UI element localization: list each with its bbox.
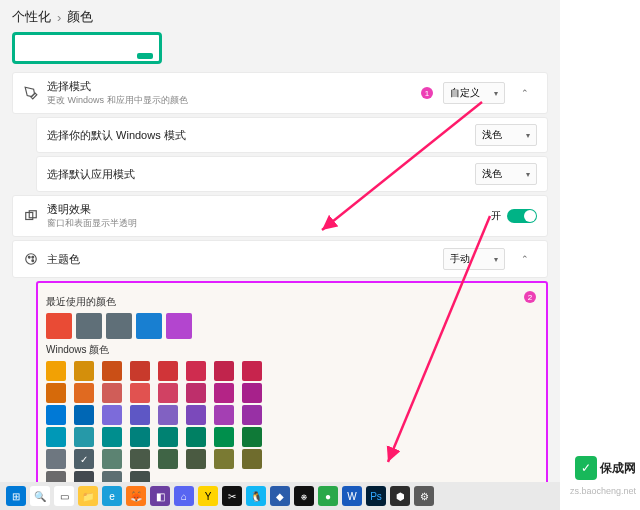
color-swatch[interactable] — [158, 449, 178, 469]
color-swatch[interactable] — [76, 313, 102, 339]
color-swatch[interactable] — [158, 405, 178, 425]
color-swatch[interactable] — [158, 427, 178, 447]
expand-button[interactable]: ⌃ — [513, 81, 537, 105]
palette-icon — [23, 251, 39, 267]
color-swatch[interactable] — [186, 427, 206, 447]
chevron-down-icon: ▾ — [526, 170, 530, 179]
transparency-icon — [23, 208, 39, 224]
color-swatch[interactable] — [130, 383, 150, 403]
color-swatch[interactable] — [242, 361, 262, 381]
recent-colors-header: 最近使用的颜色 — [46, 295, 538, 309]
appmode-select[interactable]: 浅色▾ — [475, 163, 537, 185]
color-swatch[interactable] — [186, 449, 206, 469]
row-app-mode[interactable]: 选择默认应用模式 浅色▾ — [36, 156, 548, 192]
color-swatch[interactable] — [242, 383, 262, 403]
color-swatch[interactable] — [106, 313, 132, 339]
color-swatch[interactable] — [242, 427, 262, 447]
row-select-mode[interactable]: 选择模式 更改 Windows 和应用中显示的颜色 1 自定义▾ ⌃ — [12, 72, 548, 114]
color-swatch[interactable] — [74, 405, 94, 425]
taskbar-capcut2-icon[interactable]: ⎈ — [294, 486, 314, 506]
chevron-down-icon: ▾ — [494, 89, 498, 98]
taskbar-app1-icon[interactable]: ◧ — [150, 486, 170, 506]
taskbar-qq-icon[interactable]: 🐧 — [246, 486, 266, 506]
svg-point-5 — [32, 260, 34, 262]
color-swatch[interactable] — [186, 405, 206, 425]
color-swatch[interactable] — [186, 383, 206, 403]
taskbar-edge-icon[interactable]: e — [102, 486, 122, 506]
theme-preview — [12, 32, 162, 64]
row-windows-mode[interactable]: 选择你的默认 Windows 模式 浅色▾ — [36, 117, 548, 153]
color-swatch[interactable] — [102, 427, 122, 447]
color-swatch[interactable] — [214, 449, 234, 469]
row-accent[interactable]: 主题色 手动▾ ⌃ — [12, 240, 548, 278]
color-swatch[interactable] — [130, 427, 150, 447]
taskbar-app4-icon[interactable]: ⬢ — [390, 486, 410, 506]
side-panel — [560, 0, 640, 510]
color-swatch[interactable] — [46, 383, 66, 403]
row-title: 透明效果 — [47, 202, 483, 217]
color-swatch[interactable] — [242, 405, 262, 425]
taskbar-settings-icon[interactable]: ⚙ — [414, 486, 434, 506]
taskbar-taskview-icon[interactable]: ▭ — [54, 486, 74, 506]
taskbar-explorer-icon[interactable]: 📁 — [78, 486, 98, 506]
taskbar-discord-icon[interactable]: ⌂ — [174, 486, 194, 506]
color-swatch[interactable] — [74, 361, 94, 381]
taskbar-app2-icon[interactable]: Y — [198, 486, 218, 506]
breadcrumb-current: 颜色 — [67, 8, 93, 26]
shield-icon — [575, 456, 597, 480]
color-swatch[interactable] — [130, 405, 150, 425]
windows-swatches — [46, 361, 538, 491]
color-swatch[interactable] — [166, 313, 192, 339]
svg-point-4 — [32, 256, 34, 258]
transparency-toggle[interactable]: 开 — [491, 209, 537, 223]
taskbar-word-icon[interactable]: W — [342, 486, 362, 506]
taskbar-start-icon[interactable]: ⊞ — [6, 486, 26, 506]
taskbar-firefox-icon[interactable]: 🦊 — [126, 486, 146, 506]
color-swatch[interactable] — [46, 449, 66, 469]
taskbar-app3-icon[interactable]: ● — [318, 486, 338, 506]
color-swatch[interactable] — [102, 449, 122, 469]
color-swatch[interactable] — [214, 405, 234, 425]
color-swatch[interactable] — [46, 313, 72, 339]
color-swatch[interactable] — [130, 449, 150, 469]
brush-icon — [23, 85, 39, 101]
row-transparency[interactable]: 透明效果 窗口和表面显示半透明 开 — [12, 195, 548, 237]
accent-select[interactable]: 手动▾ — [443, 248, 505, 270]
watermark-url: zs.baocheng.net — [570, 486, 636, 496]
chevron-down-icon: ▾ — [526, 131, 530, 140]
color-swatch[interactable] — [74, 383, 94, 403]
windows-colors-header: Windows 颜色 — [46, 343, 538, 357]
row-subtitle: 更改 Windows 和应用中显示的颜色 — [47, 94, 413, 107]
color-swatch[interactable] — [46, 427, 66, 447]
annotation-badge-2: 2 — [524, 291, 536, 303]
color-swatch[interactable] — [102, 383, 122, 403]
color-swatch[interactable] — [74, 427, 94, 447]
color-swatch[interactable] — [242, 449, 262, 469]
color-swatch[interactable] — [74, 449, 94, 469]
color-swatch[interactable] — [136, 313, 162, 339]
taskbar-capcut-icon[interactable]: ✂ — [222, 486, 242, 506]
color-swatch[interactable] — [46, 405, 66, 425]
expand-button[interactable]: ⌃ — [513, 247, 537, 271]
color-swatch[interactable] — [46, 361, 66, 381]
mode-select[interactable]: 自定义▾ — [443, 82, 505, 104]
color-swatch[interactable] — [158, 361, 178, 381]
color-swatch[interactable] — [214, 427, 234, 447]
winmode-select[interactable]: 浅色▾ — [475, 124, 537, 146]
color-swatch[interactable] — [102, 361, 122, 381]
svg-point-2 — [26, 254, 37, 265]
color-swatch[interactable] — [130, 361, 150, 381]
color-swatch[interactable] — [214, 361, 234, 381]
taskbar-tencent-icon[interactable]: ◆ — [270, 486, 290, 506]
taskbar-ps-icon[interactable]: Ps — [366, 486, 386, 506]
color-swatch[interactable] — [186, 361, 206, 381]
color-swatch[interactable] — [158, 383, 178, 403]
row-title: 选择模式 — [47, 79, 413, 94]
row-title: 选择你的默认 Windows 模式 — [47, 128, 467, 143]
breadcrumb-parent[interactable]: 个性化 — [12, 8, 51, 26]
color-swatch[interactable] — [102, 405, 122, 425]
color-swatch[interactable] — [214, 383, 234, 403]
site-logo: 保成网 — [575, 456, 636, 480]
recent-swatches — [46, 313, 538, 339]
taskbar-search-icon[interactable]: 🔍 — [30, 486, 50, 506]
